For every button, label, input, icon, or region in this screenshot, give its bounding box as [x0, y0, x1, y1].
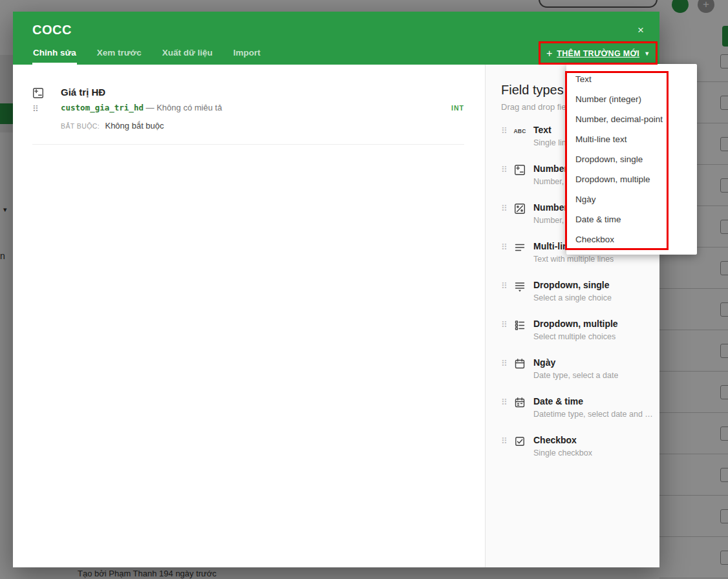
field-type-name: Dropdown, multiple	[533, 319, 618, 329]
drag-handle-icon: ⠿	[501, 321, 509, 329]
dropdown-item-dropdown-single[interactable]: Dropdown, single	[566, 149, 697, 169]
field-row-main: Giá trị HĐ custom_gia_tri_hd — Không có …	[61, 87, 451, 131]
field-type-item-checkbox[interactable]: ⠿ Checkbox Single checkbox	[501, 436, 659, 474]
drag-handle-icon: ⠿	[501, 243, 509, 251]
field-row-left: ⠿	[32, 87, 61, 131]
field-type-item-date[interactable]: ⠿ Ngày Date type, select a date	[501, 358, 659, 397]
field-required-line: BẮT BUỘC: Không bắt buộc	[61, 120, 451, 131]
field-editor-modal: COCC × Chỉnh sửa Xem trước Xuất dữ liệu …	[13, 12, 659, 567]
field-type-name: Dropdown, single	[533, 280, 612, 290]
field-type-desc: Date type, select a date	[533, 371, 618, 380]
field-type-item-dropdown-multiple[interactable]: ⠿ Dropdown, multiple Select multiple cho…	[501, 319, 659, 358]
field-code-line: custom_gia_tri_hd — Không có miêu tả	[61, 103, 451, 112]
dropdown-item-ngay[interactable]: Ngày	[566, 189, 697, 209]
plus-icon: +	[546, 48, 552, 59]
tab-xuat-du-lieu[interactable]: Xuất dữ liệu	[162, 44, 213, 65]
modal-body: ⠿ Giá trị HĐ custom_gia_tri_hd — Không c…	[13, 65, 659, 567]
dropdown-item-dropdown-multiple[interactable]: Dropdown, multiple	[566, 169, 697, 189]
tab-import[interactable]: Import	[233, 44, 261, 65]
text-abc-icon: ABC	[514, 125, 526, 137]
calendar-clock-icon	[514, 397, 526, 408]
drag-handle-icon: ⠿	[501, 359, 509, 368]
drag-handle-icon: ⠿	[501, 204, 509, 213]
dropdown-multiple-icon	[514, 319, 526, 331]
field-type-name: Ngày	[533, 358, 618, 368]
close-icon[interactable]: ×	[637, 25, 644, 36]
modal-header: COCC × Chỉnh sửa Xem trước Xuất dữ liệu …	[13, 12, 659, 65]
dropdown-single-icon	[514, 280, 526, 292]
calendar-icon	[514, 358, 526, 370]
checkbox-icon	[514, 436, 526, 447]
field-type-desc: Single checkbox	[533, 448, 592, 458]
dropdown-item-number-decimal[interactable]: Number, decimal-point	[566, 109, 697, 129]
field-code: custom_gia_tri_hd	[61, 103, 144, 112]
field-type-item-datetime[interactable]: ⠿ Date & time Datetime type, select date…	[501, 397, 659, 436]
caret-down-icon: ▼	[644, 50, 650, 57]
dropdown-item-text[interactable]: Text	[566, 69, 697, 89]
add-field-button-label: THÊM TRƯỜNG MỚI	[557, 49, 639, 58]
tab-chinh-sua[interactable]: Chỉnh sửa	[32, 44, 77, 65]
dash-separator: —	[146, 103, 155, 112]
field-type-badge: INT	[451, 104, 464, 131]
field-type-name: Checkbox	[533, 436, 592, 445]
field-title: Giá trị HĐ	[61, 87, 451, 98]
number-integer-icon	[32, 87, 44, 99]
required-value: Không bắt buộc	[105, 121, 164, 131]
drag-handle-icon: ⠿	[501, 165, 509, 174]
drag-handle-icon[interactable]: ⠿	[32, 105, 39, 113]
multiline-text-icon	[514, 242, 526, 253]
field-type-item-dropdown-single[interactable]: ⠿ Dropdown, single Select a single choic…	[501, 280, 659, 319]
drag-handle-icon: ⠿	[501, 127, 509, 135]
field-row[interactable]: ⠿ Giá trị HĐ custom_gia_tri_hd — Không c…	[32, 87, 464, 145]
add-field-dropdown-menu: Text Number (integer) Number, decimal-po…	[566, 64, 697, 255]
drag-handle-icon: ⠿	[501, 437, 509, 445]
field-type-desc: Datetime type, select date and time	[533, 410, 654, 419]
fields-list: ⠿ Giá trị HĐ custom_gia_tri_hd — Không c…	[13, 65, 485, 567]
dropdown-item-multiline[interactable]: Multi-line text	[566, 129, 697, 149]
number-integer-icon	[514, 164, 526, 176]
field-description: Không có miêu tả	[156, 103, 222, 112]
field-type-desc: Text with multiple lines	[533, 255, 614, 264]
number-decimal-icon	[514, 203, 526, 215]
dropdown-item-datetime[interactable]: Date & time	[566, 209, 697, 229]
drag-handle-icon: ⠿	[501, 398, 509, 406]
add-field-button[interactable]: + THÊM TRƯỜNG MỚI ▼	[541, 44, 656, 63]
field-type-name: Date & time	[533, 397, 654, 406]
dropdown-item-number-integer[interactable]: Number (integer)	[566, 89, 697, 109]
required-label: BẮT BUỘC:	[61, 122, 100, 130]
field-type-desc: Select multiple choices	[533, 332, 618, 341]
drag-handle-icon: ⠿	[501, 282, 509, 290]
dropdown-item-checkbox[interactable]: Checkbox	[566, 229, 697, 249]
modal-tabs: Chỉnh sửa Xem trước Xuất dữ liệu Import	[32, 44, 261, 65]
modal-title: COCC	[32, 23, 72, 37]
field-type-desc: Select a single choice	[533, 293, 612, 302]
tab-xem-truoc[interactable]: Xem trước	[96, 44, 142, 65]
